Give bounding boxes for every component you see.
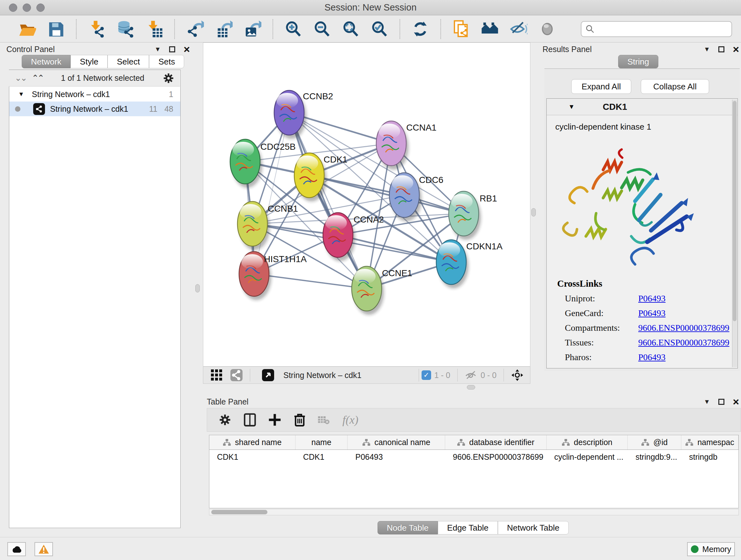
gene-collapse-icon[interactable]: ▼ xyxy=(568,103,575,111)
crosslink-link[interactable]: 9606.ENSP00000378699 xyxy=(638,337,729,348)
crosslink-link[interactable]: P06493 xyxy=(638,294,666,304)
node-CCNA1[interactable]: CCNA1 xyxy=(376,121,436,170)
column-header-description[interactable]: description xyxy=(547,435,628,449)
left-splitter-handle[interactable] xyxy=(195,284,200,293)
cell-database-identifier[interactable]: 9606.ENSP00000378699 xyxy=(445,450,547,464)
delete-column-trash-icon[interactable] xyxy=(293,413,307,427)
crosslink-link[interactable]: P06493 xyxy=(638,352,666,362)
expand-all-networks-icon[interactable]: ⌃⌃ xyxy=(32,73,44,83)
column-header-name[interactable]: name xyxy=(295,435,348,449)
cell-shared-name[interactable]: CDK1 xyxy=(209,450,295,464)
export-network-button[interactable] xyxy=(185,19,205,39)
memory-button[interactable]: Memory xyxy=(687,542,735,556)
zoom-window-button[interactable] xyxy=(37,3,45,12)
node-RB1[interactable]: RB1 xyxy=(449,191,497,240)
tab-network-table[interactable]: Network Table xyxy=(498,521,569,535)
table-panel-close-icon[interactable]: × xyxy=(733,398,739,405)
results-panel-close-icon[interactable]: × xyxy=(733,46,739,52)
table-panel-collapse-icon[interactable]: ▼ xyxy=(704,398,710,406)
export-image-button[interactable] xyxy=(243,19,262,39)
column-header-namespac[interactable]: namespac xyxy=(681,435,738,449)
node-CCNB2[interactable]: CCNB2 xyxy=(274,90,333,139)
results-panel-float-icon[interactable] xyxy=(718,46,724,52)
save-session-button[interactable] xyxy=(46,19,66,39)
search-field[interactable] xyxy=(597,24,731,34)
import-table-button[interactable] xyxy=(144,19,164,39)
network-status-dot xyxy=(15,106,20,112)
network-row-selected[interactable]: String Network – cdk1 11 48 xyxy=(9,102,180,116)
import-network-database-button[interactable] xyxy=(116,19,135,39)
node-table[interactable]: shared namenamecanonical namedatabase id… xyxy=(209,435,739,508)
collapse-all-networks-icon[interactable]: ⌄⌄ xyxy=(15,73,26,83)
table-hscrollbar-track[interactable] xyxy=(209,509,739,515)
right-splitter-handle[interactable] xyxy=(531,208,536,216)
warnings-button[interactable] xyxy=(35,542,53,556)
column-tree-icon xyxy=(641,438,650,447)
tab-sets[interactable]: Sets xyxy=(149,55,184,68)
table-settings-gear-icon[interactable] xyxy=(218,413,232,427)
cloud-status-button[interactable] xyxy=(7,542,26,556)
column-header-canonical-name[interactable]: canonical name xyxy=(347,435,445,449)
cell--id[interactable]: stringdb:9... xyxy=(628,450,681,464)
tab-node-table[interactable]: Node Table xyxy=(378,521,438,535)
tab-string[interactable]: String xyxy=(618,55,658,68)
add-column-icon[interactable] xyxy=(268,413,282,427)
node-CDKN1A[interactable]: CDKN1A xyxy=(436,240,502,288)
open-session-button[interactable] xyxy=(17,19,37,39)
grid-view-icon[interactable] xyxy=(210,369,223,381)
tab-style[interactable]: Style xyxy=(71,55,108,68)
collapse-all-button[interactable]: Collapse All xyxy=(641,79,709,94)
edge-CCNB2-HIST1H1A[interactable] xyxy=(254,113,289,274)
control-panel-close-icon[interactable]: × xyxy=(184,46,190,52)
control-panel-float-icon[interactable] xyxy=(169,46,175,52)
birds-eye-view-icon[interactable] xyxy=(262,369,274,381)
export-table-button[interactable] xyxy=(214,19,233,39)
network-collection-row[interactable]: ▼ String Network – cdk1 1 xyxy=(9,87,180,102)
pan-crosshair-icon[interactable] xyxy=(511,369,524,381)
network-manager-button[interactable] xyxy=(480,19,500,39)
network-canvas[interactable]: CCNB2 CCNA1 CDC25B CDK1 CDC6 RB1 xyxy=(203,43,530,367)
node-CCNE1[interactable]: CCNE1 xyxy=(352,266,412,315)
network-options-gear-icon[interactable] xyxy=(162,72,175,84)
column-header-database-identifier[interactable]: database identifier xyxy=(445,435,547,449)
import-network-button[interactable] xyxy=(87,19,107,39)
show-columns-icon[interactable] xyxy=(243,413,257,427)
table-panel-float-icon[interactable] xyxy=(718,399,724,405)
tab-edge-table[interactable]: Edge Table xyxy=(438,521,498,535)
search-input[interactable] xyxy=(581,21,732,37)
node-CCNA2[interactable]: CCNA2 xyxy=(323,212,384,261)
zoom-fit-button[interactable] xyxy=(341,19,360,39)
network-share-view-icon[interactable] xyxy=(230,369,243,381)
selected-checkbox-icon[interactable]: ✓ xyxy=(421,370,431,380)
crosslink-link[interactable]: 9606.ENSP00000378699 xyxy=(638,323,729,333)
results-panel-collapse-icon[interactable]: ▼ xyxy=(704,46,710,53)
minimize-window-button[interactable] xyxy=(23,3,31,12)
show-all-button[interactable] xyxy=(537,19,557,39)
tab-network[interactable]: Network xyxy=(22,55,71,68)
table-hscrollbar-thumb[interactable] xyxy=(211,510,267,514)
zoom-out-button[interactable] xyxy=(312,19,332,39)
expand-all-button[interactable]: Expand All xyxy=(571,79,631,94)
gene-section-header[interactable]: ▼ CDK1 xyxy=(547,99,738,115)
refresh-button[interactable] xyxy=(410,19,430,39)
cell-name[interactable]: CDK1 xyxy=(295,450,348,464)
cell-namespac[interactable]: stringdb xyxy=(681,450,738,464)
column-header--id[interactable]: @id xyxy=(628,435,681,449)
tab-select[interactable]: Select xyxy=(108,55,149,68)
cell-description[interactable]: cyclin-dependent ... xyxy=(547,450,628,464)
string-import-button[interactable] xyxy=(451,19,471,39)
results-scrollbar-thumb[interactable] xyxy=(733,101,737,321)
crosslink-link[interactable]: P06493 xyxy=(638,308,666,318)
column-header-shared-name[interactable]: shared name xyxy=(209,435,295,449)
zoom-in-button[interactable] xyxy=(283,19,303,39)
collection-expand-icon[interactable]: ▼ xyxy=(18,91,24,98)
node-CCNB1[interactable]: CCNB1 xyxy=(238,201,298,250)
zoom-in-icon xyxy=(284,20,302,38)
close-window-button[interactable] xyxy=(9,3,17,12)
control-panel-collapse-icon[interactable]: ▼ xyxy=(154,46,161,53)
bottom-splitter-handle[interactable] xyxy=(467,385,475,389)
hide-selected-button[interactable] xyxy=(509,19,529,39)
cell-canonical-name[interactable]: P06493 xyxy=(347,450,445,464)
zoom-selected-button[interactable] xyxy=(369,19,389,39)
window-controls[interactable] xyxy=(9,3,45,12)
